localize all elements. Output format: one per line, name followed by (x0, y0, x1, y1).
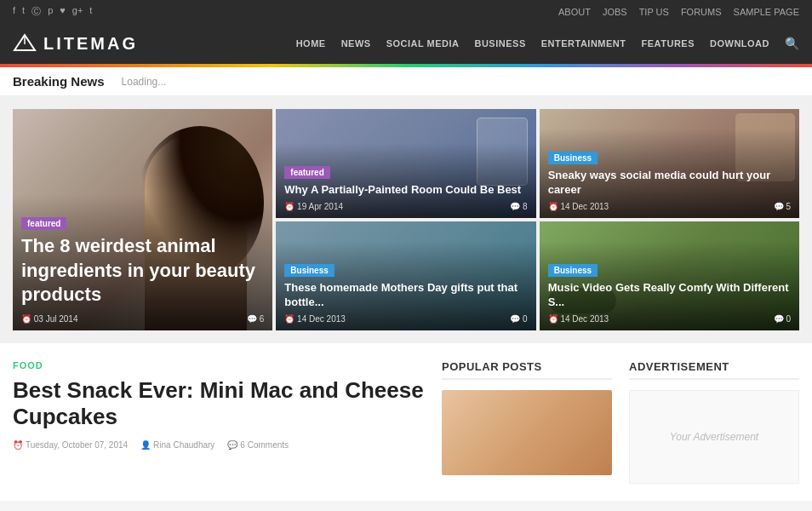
nav-business[interactable]: Business (474, 38, 525, 49)
card4-badge: Business (548, 264, 598, 277)
pinterest-link[interactable]: p (48, 5, 53, 18)
article-meta: ⏰ Tuesday, October 07, 2014 👤 Rina Chaud… (13, 440, 425, 450)
card1-meta: ⏰ 19 Apr 2014 💬 8 (284, 202, 527, 211)
card1-badge: featured (284, 166, 329, 179)
ad-placeholder-text: Your Advertisement (670, 431, 758, 443)
advertisement-sidebar: Advertisement Your Advertisement (629, 360, 799, 484)
main-card-overlay: featured The 8 weirdest animal ingredien… (13, 194, 272, 330)
tip-us-link[interactable]: Tip Us (639, 7, 669, 17)
logo-icon (13, 32, 37, 55)
article-title[interactable]: Best Snack Ever: Mini Mac and Cheese Cup… (13, 377, 425, 430)
facebook-link[interactable]: f (13, 5, 15, 18)
card3-badge: Business (284, 264, 334, 277)
instagram-link[interactable]: Ⓒ (31, 5, 41, 18)
nav-home[interactable]: Home (296, 38, 326, 49)
featured-section: featured The 8 weirdest animal ingredien… (0, 96, 812, 343)
featured-card-1[interactable]: featured Why A Partially-Painted Room Co… (276, 109, 535, 218)
main-card-date: ⏰ 03 Jul 2014 (21, 314, 78, 324)
card1-title: Why A Partially-Painted Room Could Be Be… (284, 183, 527, 198)
article-date-icon: ⏰ Tuesday, October 07, 2014 (13, 440, 128, 450)
nav-social-media[interactable]: Social Media (386, 38, 460, 49)
card3-title: These homemade Mothers Day gifts put tha… (284, 281, 527, 310)
top-nav: About Jobs Tip Us Forums Sample Page (558, 7, 799, 17)
card2-overlay: Business Sneaky ways social media could … (540, 129, 799, 218)
featured-card-4[interactable]: Business Music Video Gets Really Comfy W… (540, 221, 799, 330)
main-card-title: The 8 weirdest animal ingredients in you… (21, 234, 264, 307)
card4-comments: 💬 0 (774, 314, 791, 324)
card3-comments: 💬 0 (510, 314, 527, 324)
main-nav: Home News Social Media Business Entertai… (296, 37, 799, 50)
logo-text: LITEMAG (43, 34, 138, 54)
advertisement-title: Advertisement (629, 360, 799, 380)
breaking-news-label: Breaking News (13, 74, 105, 89)
article-comments: 6 Comments (240, 440, 289, 450)
card4-meta: ⏰ 14 Dec 2013 💬 0 (548, 314, 791, 324)
nav-features[interactable]: Features (642, 38, 695, 49)
article-author: Rina Chaudhary (153, 440, 214, 450)
card2-badge: Business (548, 152, 598, 164)
twitter-link[interactable]: t (22, 5, 25, 18)
sample-page-link[interactable]: Sample Page (734, 7, 799, 17)
main-card-meta: ⏰ 03 Jul 2014 💬 6 (21, 314, 264, 324)
top-bar: f t Ⓒ p ♥ g+ t About Jobs Tip Us Forums … (0, 0, 812, 23)
gplus-link[interactable]: g+ (72, 5, 83, 18)
jobs-link[interactable]: Jobs (603, 7, 627, 17)
nav-entertainment[interactable]: Entertainment (541, 38, 626, 49)
social-links: f t Ⓒ p ♥ g+ t (13, 5, 92, 18)
featured-card-2[interactable]: Business Sneaky ways social media could … (540, 109, 799, 218)
card1-comments: 💬 8 (510, 202, 527, 211)
tumblr-link[interactable]: t (89, 5, 92, 18)
search-icon[interactable]: 🔍 (785, 37, 799, 50)
article-author-icon: 👤 Rina Chaudhary (140, 440, 214, 450)
card2-meta: ⏰ 14 Dec 2013 💬 5 (548, 202, 791, 211)
card4-overlay: Business Music Video Gets Really Comfy W… (540, 241, 799, 330)
featured-grid: featured The 8 weirdest animal ingredien… (13, 109, 799, 330)
logo[interactable]: LITEMAG (13, 32, 138, 55)
breaking-news-ticker: Loading... (122, 76, 167, 88)
article-comments-icon: 💬 6 Comments (227, 440, 289, 450)
main-card-badge: featured (21, 217, 66, 230)
nav-news[interactable]: News (341, 38, 371, 49)
card3-date: ⏰ 14 Dec 2013 (284, 314, 346, 324)
card4-title: Music Video Gets Really Comfy With Diffe… (548, 281, 791, 310)
card1-date: ⏰ 19 Apr 2014 (284, 202, 343, 211)
breaking-news-bar: Breaking News Loading... (0, 67, 812, 96)
card2-title: Sneaky ways social media could hurt your… (548, 169, 791, 198)
article-category: Food (13, 360, 425, 370)
featured-main-card[interactable]: featured The 8 weirdest animal ingredien… (13, 109, 272, 330)
featured-card-3[interactable]: Business These homemade Mothers Day gift… (276, 221, 535, 330)
main-card-comments: 💬 6 (247, 314, 264, 324)
card3-overlay: Business These homemade Mothers Day gift… (276, 241, 535, 330)
heart-link[interactable]: ♥ (60, 5, 66, 18)
card4-date: ⏰ 14 Dec 2013 (548, 314, 609, 324)
popular-posts-title: Popular Posts (442, 360, 612, 380)
nav-download[interactable]: Download (710, 38, 769, 49)
header: LITEMAG Home News Social Media Business … (0, 23, 812, 64)
ad-box[interactable]: Your Advertisement (629, 390, 799, 484)
main-article: Food Best Snack Ever: Mini Mac and Chees… (13, 360, 425, 484)
content-section: Food Best Snack Ever: Mini Mac and Chees… (0, 343, 812, 501)
article-date: Tuesday, October 07, 2014 (26, 440, 128, 450)
popular-post-image[interactable] (442, 390, 612, 475)
card1-overlay: featured Why A Partially-Painted Room Co… (276, 143, 535, 218)
card2-comments: 💬 5 (774, 202, 791, 211)
card2-date: ⏰ 14 Dec 2013 (548, 202, 609, 211)
card3-meta: ⏰ 14 Dec 2013 💬 0 (284, 314, 527, 324)
forums-link[interactable]: Forums (681, 7, 722, 17)
popular-posts-sidebar: Popular Posts (442, 360, 612, 484)
about-link[interactable]: About (558, 7, 591, 17)
